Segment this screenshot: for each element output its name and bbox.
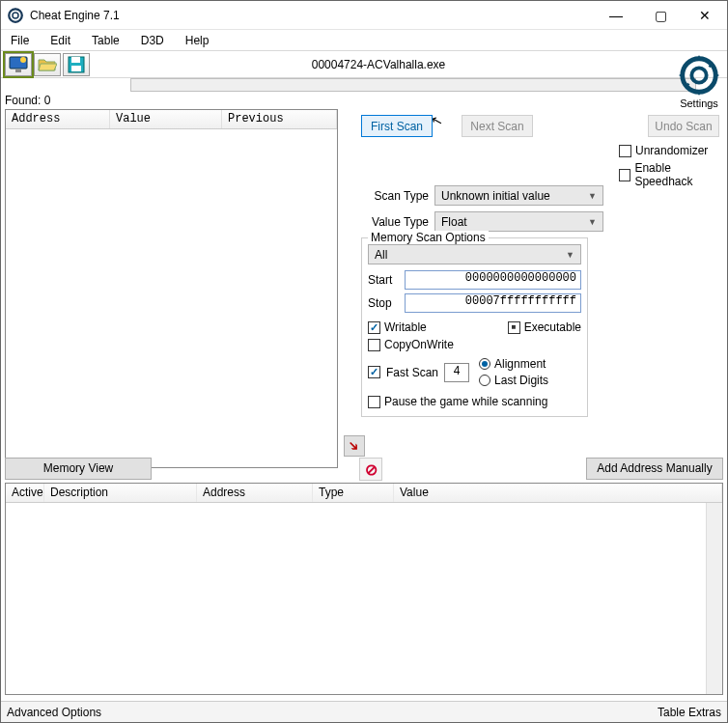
svg-point-9 [691, 68, 706, 82]
menu-edit[interactable]: Edit [44, 32, 76, 49]
speedhack-checkbox[interactable] [619, 169, 630, 181]
chevron-down-icon: ▼ [588, 191, 597, 201]
start-label: Start [368, 273, 401, 287]
menu-d3d[interactable]: D3D [135, 32, 170, 49]
address-list-header: Active Description Address Type Value [6, 484, 722, 503]
menu-file[interactable]: File [5, 32, 35, 49]
arrow-down-right-icon: ➔ [345, 436, 364, 456]
svg-rect-7 [71, 66, 81, 71]
scan-type-value: Unknown initial value [441, 189, 550, 203]
col-previous[interactable]: Previous [222, 110, 337, 128]
value-type-label: Value Type [361, 215, 429, 229]
executable-label: Executable [524, 320, 581, 334]
col-address2[interactable]: Address [197, 484, 313, 502]
copyonwrite-label: CopyOnWrite [384, 338, 454, 351]
pause-game-checkbox[interactable] [368, 396, 380, 408]
fast-scan-checkbox[interactable] [368, 366, 380, 378]
results-header: Address Value Previous [6, 110, 337, 129]
floppy-disk-icon [68, 56, 85, 73]
settings-link[interactable]: Settings [677, 53, 721, 109]
address-list[interactable]: Active Description Address Type Value [5, 483, 723, 695]
svg-point-0 [9, 9, 22, 22]
side-options: Unrandomizer Enable Speedhack [619, 140, 727, 192]
maximize-button[interactable]: ▢ [638, 1, 683, 30]
chevron-down-icon: ▼ [588, 217, 597, 227]
fast-scan-label: Fast Scan [386, 366, 438, 379]
scan-type-label: Scan Type [361, 189, 429, 203]
monitor-flash-icon [9, 56, 28, 73]
advanced-options-link[interactable]: Advanced Options [7, 706, 101, 719]
col-value2[interactable]: Value [394, 484, 722, 502]
window-title: Cheat Engine 7.1 [30, 9, 120, 22]
memory-region-value: All [375, 248, 387, 262]
table-extras-link[interactable]: Table Extras [658, 706, 721, 719]
value-type-value: Float [441, 215, 467, 229]
stop-label: Stop [368, 296, 401, 310]
menu-help[interactable]: Help [180, 32, 215, 49]
add-address-manually-button[interactable]: Add Address Manually [586, 458, 723, 480]
memory-region-select[interactable]: All ▼ [368, 244, 581, 264]
progress-bar [130, 78, 696, 92]
svg-point-4 [20, 57, 26, 63]
col-type[interactable]: Type [313, 484, 394, 502]
app-icon [7, 7, 24, 24]
status-bar: Advanced Options Table Extras [1, 701, 727, 722]
last-digits-label: Last Digits [494, 374, 548, 387]
undo-scan-button: Undo Scan [648, 115, 719, 137]
alignment-radio[interactable] [479, 358, 490, 370]
scrollbar[interactable] [706, 503, 722, 694]
unrandomizer-checkbox[interactable] [619, 145, 631, 157]
settings-label: Settings [677, 97, 721, 109]
scan-results-list[interactable]: Address Value Previous [5, 109, 338, 468]
value-type-select[interactable]: Float ▼ [434, 211, 603, 232]
svg-rect-6 [71, 57, 80, 63]
attached-process: 00004724-ACValhalla.exe [92, 58, 723, 71]
alignment-label: Alignment [494, 357, 546, 371]
svg-rect-3 [15, 70, 21, 72]
executable-checkbox[interactable] [508, 321, 520, 334]
save-button[interactable] [63, 53, 90, 76]
pause-game-label: Pause the game while scanning [384, 395, 547, 408]
menu-table[interactable]: Table [86, 32, 126, 49]
menubar: File Edit Table D3D Help [1, 30, 727, 51]
scan-type-select[interactable]: Unknown initial value ▼ [434, 185, 603, 206]
open-process-button[interactable] [5, 53, 32, 76]
unrandomizer-label: Unrandomizer [635, 144, 708, 157]
svg-point-1 [13, 13, 18, 18]
col-description[interactable]: Description [44, 484, 197, 502]
titlebar: Cheat Engine 7.1 — ▢ ✕ [1, 1, 727, 30]
col-address[interactable]: Address [6, 110, 110, 128]
memory-scan-options: Memory Scan Options All ▼ Start 00000000… [361, 237, 588, 417]
col-active[interactable]: Active [6, 484, 44, 502]
fast-scan-value-input[interactable]: 4 [444, 363, 469, 382]
writable-checkbox[interactable] [368, 321, 380, 334]
stop-address-input[interactable]: 00007fffffffffff [405, 293, 581, 313]
add-selected-button[interactable]: ➔ [344, 435, 365, 457]
found-count: Found: 0 [1, 94, 727, 109]
folder-open-icon [38, 57, 57, 72]
memory-view-button[interactable]: Memory View [5, 458, 152, 480]
start-address-input[interactable]: 0000000000000000 [405, 270, 581, 290]
next-scan-button: Next Scan [462, 115, 533, 137]
speedhack-label: Enable Speedhack [634, 161, 727, 188]
cheat-engine-logo-icon [677, 53, 721, 97]
open-file-button[interactable] [34, 53, 61, 76]
last-digits-radio[interactable] [479, 375, 490, 386]
minimize-button[interactable]: — [594, 1, 638, 30]
writable-label: Writable [384, 320, 427, 334]
copyonwrite-checkbox[interactable] [368, 339, 380, 351]
mem-group-label: Memory Scan Options [368, 231, 489, 244]
toolbar: 00004724-ACValhalla.exe [1, 51, 727, 78]
col-value[interactable]: Value [110, 110, 222, 128]
first-scan-button[interactable]: First Scan [361, 115, 433, 137]
chevron-down-icon: ▼ [566, 250, 574, 260]
close-button[interactable]: ✕ [683, 1, 727, 30]
